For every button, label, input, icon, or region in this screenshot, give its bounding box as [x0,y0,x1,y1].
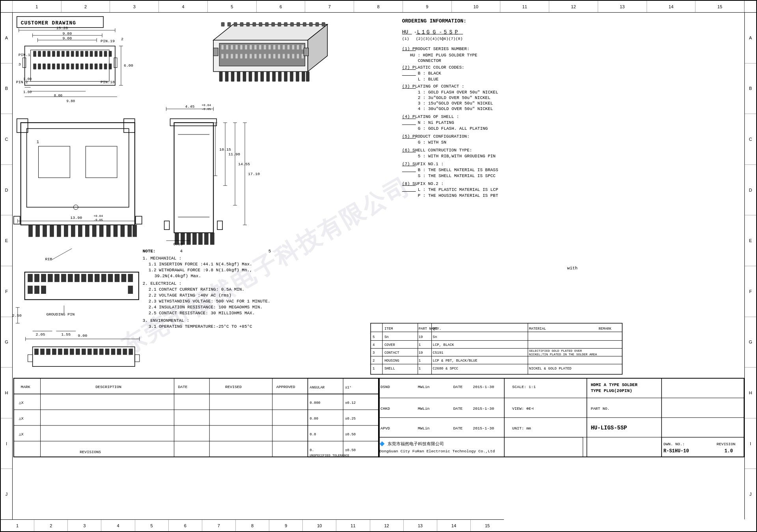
svg-rect-59 [213,48,218,56]
svg-text:0.00: 0.00 [310,417,319,421]
svg-rect-30 [254,45,257,50]
svg-rect-229 [95,274,99,282]
svg-text:NICKEL;TIN PLATED IN THE SOLDE: NICKEL;TIN PLATED IN THE SOLDER AREA [529,353,597,356]
svg-text:(1) PRODUCT SERIES NUMBER:: (1) PRODUCT SERIES NUMBER: [402,47,470,51]
svg-rect-338 [371,323,622,375]
svg-rect-19 [310,22,313,26]
svg-rect-234 [128,274,133,282]
svg-text:1.1 INSERTION FORCE :44.1 N(4.: 1.1 INSERTION FORCE :44.1 N(4.5kgf) Max. [149,262,252,267]
svg-text:L : THE PLASTIC MATERIAL IS LC: L : THE PLASTIC MATERIAL IS LCP [418,187,498,192]
svg-rect-230 [101,274,106,282]
svg-rect-15 [284,22,287,26]
svg-text:1.55: 1.55 [61,332,71,337]
svg-rect-264 [93,349,97,355]
svg-rect-103 [71,51,74,57]
svg-rect-156 [64,225,68,237]
svg-text:DATE: DATE [178,385,188,389]
svg-rect-108 [95,51,97,57]
svg-rect-109 [99,51,102,57]
svg-rect-53 [278,54,280,59]
svg-rect-46 [245,54,247,59]
svg-text:(6)(7)(8): (6)(7)(8) [442,37,463,41]
svg-rect-34 [273,45,276,50]
svg-text:-0.05: -0.05 [93,218,103,222]
svg-rect-113 [38,64,41,69]
svg-text:△X: △X [19,416,24,421]
svg-text:2 : 3u"GOLD OVER 50u" NICKEL: 2 : 3u"GOLD OVER 50u" NICKEL [418,95,490,100]
svg-rect-31 [259,45,261,50]
svg-rect-17 [297,22,300,26]
svg-rect-149 [39,146,70,178]
svg-text:17.10: 17.10 [248,172,260,176]
svg-rect-180 [170,119,217,126]
svg-rect-189 [217,221,222,230]
svg-text:DESCRIPTION: DESCRIPTION [95,385,121,389]
svg-rect-75 [302,71,305,81]
svg-rect-72 [284,71,287,81]
svg-text:DATE: DATE [453,407,462,411]
svg-rect-96 [38,51,41,57]
svg-rect-33 [268,45,271,50]
svg-rect-123 [85,64,88,69]
svg-text:15.20: 15.20 [56,26,68,30]
svg-text:2015-1-30: 2015-1-30 [473,385,494,389]
svg-rect-164 [121,225,125,237]
svg-rect-41 [221,54,224,59]
svg-text:COVER: COVER [384,343,395,347]
svg-rect-61 [219,71,222,81]
svg-text:LCP, BLACK: LCP, BLACK [433,343,454,347]
svg-rect-39 [297,45,299,50]
svg-rect-99 [52,51,55,57]
svg-rect-405 [662,437,744,457]
svg-text:REVISION: REVISION [716,442,735,446]
svg-text:UNSPECIFIED TOLERANCE: UNSPECIFIED TOLERANCE [310,454,350,457]
svg-text:C2680 & SPCC: C2680 & SPCC [433,367,459,371]
svg-text:GROUDING PIN: GROUDING PIN [47,312,75,317]
svg-text:1: 1 [37,140,39,144]
svg-rect-76 [306,71,310,81]
svg-rect-49 [259,54,261,59]
svg-text:(2)(3)(4)(5): (2)(3)(4)(5) [416,37,444,41]
svg-rect-67 [255,71,258,81]
svg-text:N : Ni PLATING: N : Ni PLATING [418,120,454,125]
svg-rect-266 [105,349,109,355]
svg-rect-237 [41,286,46,294]
svg-text:9.80: 9.80 [62,32,72,36]
svg-text:NICKEL & GOLD PLATED: NICKEL & GOLD PLATED [529,367,572,371]
svg-text:DongGuan City FuRan Electronic: DongGuan City FuRan Electronic Technolog… [379,449,495,454]
svg-rect-58 [302,54,304,59]
svg-rect-179 [174,123,214,233]
svg-text:△X: △X [19,401,24,405]
svg-text:REVISIONS: REVISIONS [80,450,101,454]
svg-rect-226 [75,274,79,282]
svg-text:SELECTIFIED GOLD PLATED OVER: SELECTIFIED GOLD PLATED OVER [529,349,582,353]
svg-rect-271 [28,355,33,362]
svg-text:HU-LIGS-5SP: HU-LIGS-5SP [591,425,627,431]
svg-text:QTY.: QTY. [433,327,442,331]
svg-text:MWLin: MWLin [418,407,430,411]
svg-rect-24 [226,45,228,50]
svg-text:with: with [567,266,578,271]
svg-text:39.2N(4.0kgf) Max.: 39.2N(4.0kgf) Max. [155,274,201,278]
svg-text:ANGULAR: ANGULAR [310,386,325,390]
svg-rect-114 [43,64,46,69]
svg-text:5 : WITH RIB,WITH GROUDING PIN: 5 : WITH RIB,WITH GROUDING PIN [418,154,496,159]
svg-text:B : THE SHELL MATERIAL IS BRAS: B : THE SHELL MATERIAL IS BRASS [418,168,498,172]
svg-rect-57 [297,54,299,59]
svg-text:2.2 VOLTAGE RATING :40V AC (rm: 2.2 VOLTAGE RATING :40V AC (rms) [149,293,231,298]
svg-rect-263 [88,349,91,355]
svg-rect-124 [90,64,93,69]
svg-text:2.3 WITHSTANDING VOLTAGE: 500 : 2.3 WITHSTANDING VOLTAGE: 500 VAC FOR 1 … [149,299,270,304]
svg-text:1: 1 [419,367,421,371]
svg-rect-18 [303,22,306,26]
svg-text:(5) PRODUCT CONFIGURATION:: (5) PRODUCT CONFIGURATION: [402,134,470,139]
svg-rect-116 [52,64,55,69]
svg-rect-125 [95,64,97,69]
svg-rect-38 [292,45,295,50]
svg-rect-148 [27,129,129,207]
svg-rect-130 [114,58,117,68]
svg-rect-36 [283,45,285,50]
svg-rect-127 [104,64,107,69]
svg-rect-267 [111,349,115,355]
svg-text:CONTACT: CONTACT [384,351,399,355]
